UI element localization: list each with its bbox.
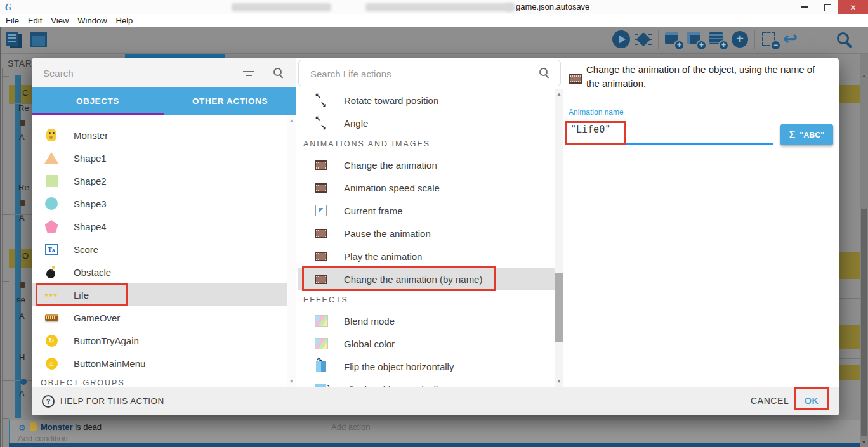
event-tree-line [2,68,3,447]
active-scene-tab-indicator [125,54,225,58]
actions-search-box [298,60,561,86]
tab-objects[interactable]: OBJECTS [32,87,164,115]
action-label: Angle [344,118,368,129]
action-label: Change the animation [344,160,437,171]
event-mini-icon [20,379,27,385]
tab-other-actions[interactable]: OTHER ACTIONS [164,87,296,115]
event-tree-tick [2,214,9,215]
object-item-gameover[interactable]: GameOver [32,306,287,329]
play-button[interactable] [612,30,631,49]
object-label: Shape4 [74,221,107,232]
filter-icon[interactable] [242,68,255,78]
add-circle-icon [730,30,749,49]
banner-icon [44,311,58,325]
scrollbar-thumb[interactable] [861,209,867,436]
object-label: Life [74,290,89,301]
action-item-current-frame[interactable]: Current frame [298,199,555,222]
cancel-button[interactable]: CANCEL [751,387,789,415]
search-icon[interactable] [273,67,284,79]
redacted-title-text [365,3,513,11]
debug-button[interactable] [634,30,653,49]
scroll-up-icon[interactable] [860,72,868,81]
search-icon [834,30,853,49]
object-item-shape4[interactable]: Shape4 [32,215,287,238]
expression-editor-button[interactable]: Σ "ABC" [780,124,833,145]
event-row-monster-dead[interactable]: Monster is dead Add condition Add action [9,420,860,444]
play-icon [612,30,631,49]
restore-icon [824,4,831,11]
menu-view[interactable]: View [46,16,73,25]
search-button[interactable] [834,30,853,49]
action-label: Play the animation [344,251,422,262]
delete-event-button[interactable] [760,30,779,49]
add-subevent-button[interactable] [686,30,705,49]
event-text-fragment: se [16,295,25,304]
action-item-change-the-animation-by-name[interactable]: Change the animation (by name) [298,268,555,290]
actions-search-input[interactable] [309,66,515,81]
action-item-pause-the-animation[interactable]: Pause the animation [298,222,555,245]
animation-name-input[interactable] [569,123,768,136]
monster-icon [44,128,58,142]
events-editor-button[interactable] [5,30,24,49]
object-item-life[interactable]: Life [32,283,287,306]
object-item-shape2[interactable]: Shape2 [32,169,287,192]
close-button[interactable] [838,0,868,14]
action-item-global-color[interactable]: Global color [298,332,555,355]
menu-window[interactable]: Window [73,16,111,25]
add-action-placeholder[interactable]: Add action [331,422,370,432]
action-label: Rotate toward position [344,95,438,106]
object-item-buttontryagain[interactable]: ButtonTryAgain [32,329,287,352]
object-label: Shape3 [74,198,107,209]
scroll-down-icon[interactable] [860,438,868,447]
palette-icon [314,314,328,327]
scrollbar-thumb[interactable] [555,273,563,342]
help-label: HELP FOR THIS ACTION [60,396,164,406]
action-item-change-the-animation[interactable]: Change the animation [298,153,555,176]
search-icon[interactable] [539,67,550,79]
restore-button[interactable] [817,0,838,14]
rotate-arrow-icon [314,94,328,107]
menu-edit[interactable]: Edit [23,16,46,25]
ok-button[interactable]: OK [805,387,819,415]
event-sheet-scrollbar[interactable] [860,54,868,447]
menu-help[interactable]: Help [112,16,138,25]
action-item-angle[interactable]: Angle [298,112,555,134]
action-item-animation-speed-scale[interactable]: Animation speed scale [298,176,555,199]
minimize-button[interactable] [792,0,817,14]
input-underline [569,143,773,145]
object-item-score[interactable]: Score [32,238,287,261]
object-item-buttonmainmenu[interactable]: ButtonMainMenu [32,352,287,375]
action-list-scrollbar[interactable] [555,89,563,387]
object-list-scrollbar[interactable] [287,115,296,387]
condition-cell[interactable]: Monster is dead Add condition [10,420,326,443]
object-item-shape3[interactable]: Shape3 [32,192,287,215]
scene-editor-button[interactable] [29,30,48,49]
objects-search-input[interactable] [42,65,222,81]
action-item-flip-the-object-vertically[interactable]: Flip the object vertically [298,378,555,387]
action-item-blend-mode[interactable]: Blend mode [298,309,555,332]
section-header-animations-and-images: ANIMATIONS AND IMAGES [298,134,555,153]
debug-icon [634,30,653,49]
event-tree-tick [2,141,9,141]
row-separator [839,235,860,235]
action-cell[interactable]: Add action [326,420,860,443]
text-icon [44,242,58,256]
redacted-title-text [506,3,515,11]
undo-button[interactable] [782,30,801,49]
add-comment-button[interactable] [708,30,727,49]
add-condition-placeholder[interactable]: Add condition [18,434,68,443]
event-tree-tick [2,76,9,77]
menu-file[interactable]: File [1,16,23,25]
object-item-shape1[interactable]: Shape1 [32,146,287,169]
action-item-play-the-animation[interactable]: Play the animation [298,245,555,268]
action-item-flip-the-object-horizontally[interactable]: Flip the object horizontally [298,355,555,378]
object-label: Monster [74,130,108,141]
add-circle-button[interactable] [730,30,749,49]
event-text-fragment: A [19,133,25,142]
redo-button[interactable] [805,30,824,49]
object-item-monster[interactable]: Monster [32,124,287,146]
add-event-button[interactable] [664,30,683,49]
help-button[interactable]: HELP FOR THIS ACTION [42,387,164,415]
object-item-obstacle[interactable]: Obstacle [32,261,287,283]
action-item-rotate-toward-position[interactable]: Rotate toward position [298,89,555,112]
